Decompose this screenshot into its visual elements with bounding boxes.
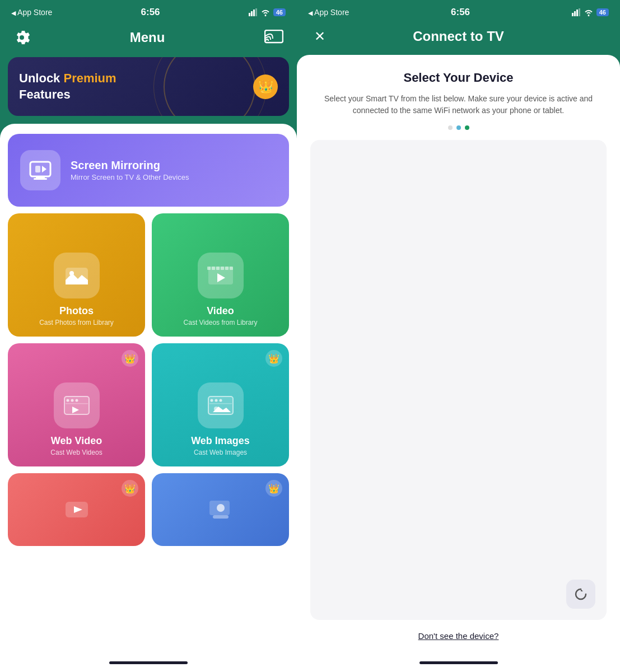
video-icon	[198, 253, 244, 298]
svg-rect-18	[230, 267, 233, 270]
right-status-icons: 46	[572, 8, 609, 16]
screen-mirroring-title: Screen Mirroring	[71, 159, 189, 172]
right-panel: App Store 6:56 46 ✕ Connect to TV Select…	[297, 0, 620, 672]
screen-mirroring-icon	[20, 150, 60, 190]
wifi-icon	[261, 9, 270, 16]
svg-rect-37	[579, 8, 580, 16]
svg-rect-28	[209, 403, 232, 404]
premium-crown-icon: 👑	[253, 74, 278, 99]
web-video-subtitle: Cast Web Videos	[50, 449, 102, 456]
svg-point-20	[66, 399, 69, 402]
svg-rect-13	[207, 267, 211, 270]
screen-mirroring-text: Screen Mirroring Mirror Screen to TV & O…	[71, 159, 189, 181]
device-list	[310, 140, 607, 620]
web-images-crown: 👑	[265, 350, 282, 367]
media-card[interactable]: 👑	[152, 473, 289, 546]
refresh-button[interactable]	[566, 580, 595, 609]
row-photos-video: Photos Cast Photos from Library	[8, 213, 289, 337]
web-video-card[interactable]: 👑 Web Video Cast Web Videos	[8, 343, 145, 466]
youtube-card[interactable]: 👑	[8, 473, 145, 546]
menu-content: Screen Mirroring Mirror Screen to TV & O…	[0, 124, 297, 672]
web-images-subtitle: Cast Web Images	[194, 449, 247, 456]
svg-rect-14	[212, 267, 215, 270]
svg-rect-0	[249, 13, 250, 16]
row-webvideo-webimages: 👑 Web Video Cast Web Videos 👑	[8, 343, 289, 466]
svg-rect-15	[216, 267, 220, 270]
web-images-title: Web Images	[191, 435, 250, 447]
media-crown: 👑	[265, 480, 282, 497]
left-home-bar	[109, 661, 188, 664]
svg-point-26	[215, 399, 217, 402]
right-battery-icon: 46	[596, 8, 609, 16]
svg-point-4	[20, 35, 24, 40]
left-header: Menu	[0, 21, 297, 57]
svg-point-33	[217, 504, 225, 512]
youtube-crown: 👑	[122, 480, 138, 497]
svg-rect-7	[36, 176, 45, 178]
svg-rect-2	[253, 10, 255, 16]
dots-indicator	[310, 125, 607, 130]
signal-icon	[249, 8, 258, 16]
modal-title: Select Your Device	[310, 71, 607, 85]
row-bottom: 👑 👑	[8, 473, 289, 546]
svg-rect-8	[34, 178, 47, 180]
screen-mirroring-subtitle: Mirror Screen to TV & Other Devices	[71, 173, 189, 181]
photos-subtitle: Cast Photos from Library	[39, 319, 114, 326]
svg-rect-9	[35, 166, 40, 172]
dont-see-link[interactable]: Don't see the device?	[310, 631, 607, 641]
web-video-icon	[54, 382, 100, 428]
right-wifi-icon	[584, 9, 593, 16]
svg-rect-34	[572, 13, 574, 16]
premium-banner[interactable]: Unlock Premium Features 👑	[8, 57, 289, 116]
right-header-title: Connect to TV	[413, 29, 504, 44]
dot-1	[448, 125, 453, 130]
video-title: Video	[207, 305, 234, 317]
web-images-card[interactable]: 👑 Web Images Cast Web Images	[152, 343, 289, 466]
modal-description: Select your Smart TV from the list below…	[310, 93, 607, 116]
svg-point-21	[71, 399, 73, 402]
video-card[interactable]: Video Cast Videos from Library	[152, 213, 289, 337]
svg-rect-23	[66, 403, 88, 404]
svg-rect-16	[221, 267, 224, 270]
dot-3	[465, 125, 469, 130]
svg-rect-1	[251, 11, 253, 16]
right-status-time: 6:56	[451, 7, 470, 18]
web-video-title: Web Video	[51, 435, 102, 447]
right-home-bar	[419, 661, 498, 664]
svg-rect-36	[576, 10, 578, 16]
screen-mirroring-card[interactable]: Screen Mirroring Mirror Screen to TV & O…	[8, 134, 289, 207]
svg-point-25	[210, 399, 213, 402]
web-video-crown: 👑	[122, 350, 138, 367]
photos-title: Photos	[59, 305, 94, 317]
left-status-time: 6:56	[141, 7, 160, 18]
svg-rect-32	[213, 515, 229, 519]
photos-icon	[54, 253, 100, 298]
settings-icon[interactable]	[12, 28, 31, 47]
right-home-indicator	[310, 653, 607, 672]
right-header: ✕ Connect to TV	[297, 21, 620, 55]
svg-rect-17	[225, 267, 229, 270]
right-status-bar: App Store 6:56 46	[297, 0, 620, 21]
right-signal-icon	[572, 8, 581, 16]
battery-icon: 46	[273, 8, 286, 16]
photos-card[interactable]: Photos Cast Photos from Library	[8, 213, 145, 337]
video-subtitle: Cast Videos from Library	[184, 319, 258, 326]
close-button[interactable]: ✕	[310, 27, 329, 46]
dot-2	[456, 125, 461, 130]
svg-point-22	[75, 399, 78, 402]
svg-rect-35	[574, 11, 576, 16]
premium-text: Unlock Premium Features	[19, 71, 116, 102]
cast-button[interactable]	[263, 27, 285, 48]
right-back-link[interactable]: App Store	[308, 8, 349, 17]
connect-modal: Select Your Device Select your Smart TV …	[297, 55, 620, 672]
left-status-icons: 46	[249, 8, 286, 16]
left-panel: App Store 6:56 46 Menu	[0, 0, 297, 672]
svg-rect-3	[255, 8, 257, 16]
svg-point-27	[219, 399, 222, 402]
left-header-title: Menu	[130, 30, 165, 45]
refresh-icon	[574, 587, 588, 601]
youtube-icon	[64, 497, 89, 522]
left-back-link[interactable]: App Store	[11, 8, 52, 17]
left-status-bar: App Store 6:56 46	[0, 0, 297, 21]
left-home-indicator	[8, 653, 289, 672]
